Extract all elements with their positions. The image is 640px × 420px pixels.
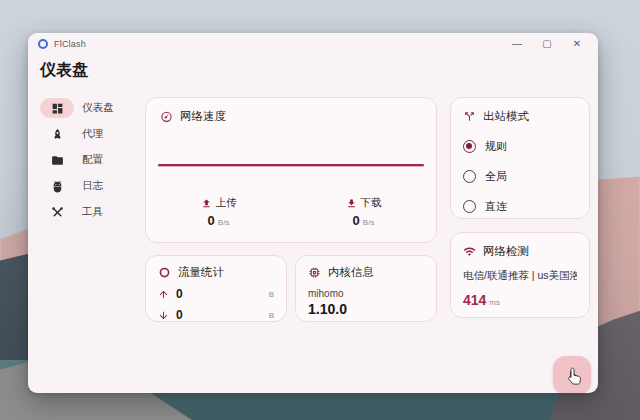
- sidebar-item-profiles[interactable]: 配置: [40, 147, 132, 173]
- radio-icon[interactable]: [463, 200, 476, 213]
- traffic-card: 流量统计 0 B 0 B: [145, 255, 287, 322]
- card-title: 出站模式: [483, 109, 529, 124]
- mode-label: 规则: [485, 139, 507, 154]
- traffic-up-unit: B: [269, 290, 274, 299]
- mode-option-rule[interactable]: 规则: [463, 139, 577, 154]
- traffic-down-row: 0 B: [158, 308, 274, 322]
- card-title: 网络速度: [180, 109, 226, 124]
- download-unit: B/s: [363, 218, 375, 227]
- upload-unit: B/s: [218, 218, 230, 227]
- page-title: 仪表盘: [40, 60, 88, 81]
- minimize-button[interactable]: —: [510, 37, 524, 51]
- sidebar: 仪表盘 代理 配置 日志 工具: [40, 95, 132, 225]
- outbound-mode-card: 出站模式 规则 全局 直连: [450, 97, 590, 219]
- card-title: 网络检测: [483, 244, 529, 259]
- rocket-icon: [40, 124, 74, 144]
- adb-icon: [40, 176, 74, 196]
- speed-chart-line: [158, 164, 424, 166]
- mode-option-global[interactable]: 全局: [463, 169, 577, 184]
- tools-icon: [40, 202, 74, 222]
- memory-icon: [308, 266, 321, 279]
- core-name: mihomo: [308, 288, 424, 299]
- sidebar-item-tools[interactable]: 工具: [40, 199, 132, 225]
- traffic-down-unit: B: [269, 311, 274, 320]
- close-button[interactable]: ✕: [570, 37, 584, 51]
- start-proxy-fab[interactable]: [553, 356, 591, 393]
- core-info-card: 内核信息 mihomo 1.10.0: [295, 255, 437, 322]
- download-stat: 下载 0B/s: [291, 196, 436, 228]
- call-split-icon: [463, 110, 476, 123]
- traffic-up-value: 0: [176, 287, 183, 301]
- titlebar[interactable]: FlClash — ▢ ✕: [28, 33, 598, 55]
- speed-chart: [158, 164, 424, 168]
- donut-icon: [158, 266, 171, 279]
- latency-unit: ms: [489, 298, 500, 307]
- sidebar-item-label: 日志: [82, 179, 103, 193]
- sidebar-item-label: 仪表盘: [82, 101, 114, 115]
- dashboard-icon: [40, 98, 74, 118]
- upload-icon: [201, 198, 212, 209]
- traffic-up-row: 0 B: [158, 287, 274, 301]
- latency-value: 414: [463, 292, 486, 308]
- net-test-provider: 电信/联通推荐 | us美国洛杉...: [463, 269, 577, 283]
- download-value: 0: [353, 213, 360, 228]
- upload-value: 0: [208, 213, 215, 228]
- download-icon: [346, 198, 357, 209]
- mode-label: 直连: [485, 199, 507, 214]
- sidebar-item-logs[interactable]: 日志: [40, 173, 132, 199]
- mode-label: 全局: [485, 169, 507, 184]
- radio-selected-icon[interactable]: [463, 140, 476, 153]
- core-version: 1.10.0: [308, 301, 424, 317]
- traffic-down-value: 0: [176, 308, 183, 322]
- arrow-up-icon: [158, 289, 169, 300]
- sidebar-item-dashboard[interactable]: 仪表盘: [40, 95, 132, 121]
- sidebar-item-label: 代理: [82, 127, 103, 141]
- sidebar-item-label: 配置: [82, 153, 103, 167]
- card-title: 内核信息: [328, 265, 374, 280]
- download-label: 下载: [361, 196, 382, 210]
- network-speed-card: 网络速度 上传 0B/s 下载 0B/s: [145, 97, 437, 243]
- mode-option-direct[interactable]: 直连: [463, 199, 577, 214]
- speedometer-icon: [160, 110, 173, 123]
- wifi-icon: [463, 245, 476, 258]
- window-controls: — ▢ ✕: [510, 37, 588, 51]
- network-test-card[interactable]: 网络检测 电信/联通推荐 | us美国洛杉... 414 ms: [450, 232, 590, 318]
- sidebar-item-label: 工具: [82, 205, 103, 219]
- app-title: FlClash: [54, 39, 86, 49]
- play-icon: [565, 368, 580, 383]
- radio-icon[interactable]: [463, 170, 476, 183]
- sidebar-item-proxy[interactable]: 代理: [40, 121, 132, 147]
- card-title: 流量统计: [178, 265, 224, 280]
- maximize-button[interactable]: ▢: [540, 37, 554, 51]
- app-window: FlClash — ▢ ✕ 仪表盘 仪表盘 代理 配置: [28, 33, 598, 393]
- arrow-down-icon: [158, 310, 169, 321]
- upload-label: 上传: [216, 196, 237, 210]
- folder-icon: [40, 150, 74, 170]
- app-logo-icon: [38, 39, 48, 49]
- upload-stat: 上传 0B/s: [146, 196, 291, 228]
